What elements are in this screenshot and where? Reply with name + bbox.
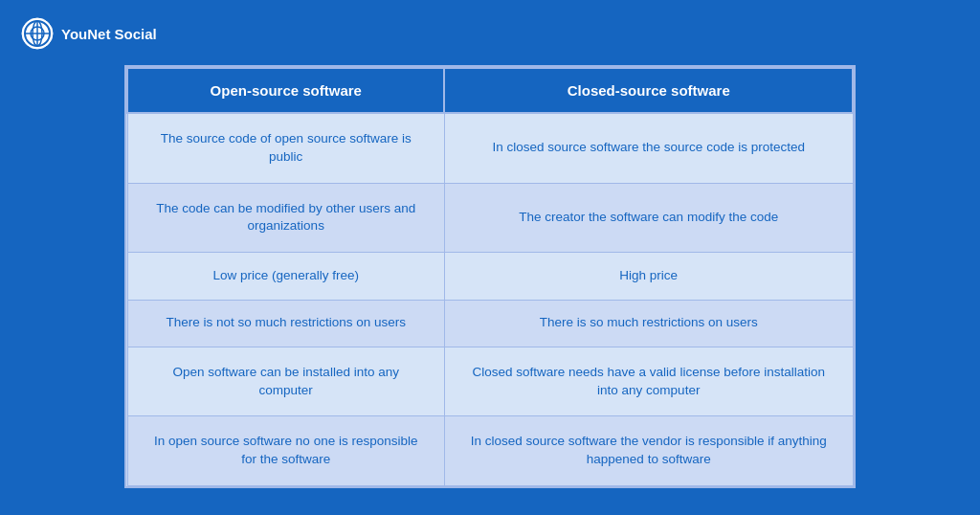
table-row: Open software can be installed into any … <box>127 347 853 416</box>
open-source-cell: Open software can be installed into any … <box>127 347 444 416</box>
closed-source-cell: The creator the software can modify the … <box>444 183 853 253</box>
closed-source-cell: There is so much restrictions on users <box>444 300 853 347</box>
table-row: The code can be modified by other users … <box>127 183 853 253</box>
comparison-table: Open-source software Closed-source softw… <box>126 67 854 486</box>
logo-text: YouNet Social <box>61 26 157 42</box>
closed-source-cell: In closed source software the source cod… <box>444 113 853 183</box>
closed-source-cell: Closed software needs have a valid licen… <box>444 347 853 416</box>
closed-source-cell: In closed source software the vendor is … <box>444 416 853 486</box>
closed-source-cell: High price <box>444 253 853 300</box>
table-row: There is not so much restrictions on use… <box>127 300 853 347</box>
open-source-cell: Low price (generally free) <box>127 253 444 300</box>
table-row: Low price (generally free)High price <box>127 253 853 300</box>
table-row: In open source software no one is respon… <box>127 416 853 486</box>
col1-header: Open-source software <box>127 68 444 113</box>
open-source-cell: In open source software no one is respon… <box>127 416 444 486</box>
logo-area: YouNet Social <box>21 17 157 50</box>
open-source-cell: The code can be modified by other users … <box>127 183 444 253</box>
table-row: The source code of open source software … <box>127 113 853 183</box>
younet-logo-icon <box>21 17 54 50</box>
open-source-cell: There is not so much restrictions on use… <box>127 300 444 347</box>
col2-header: Closed-source software <box>444 68 853 113</box>
comparison-table-container: Open-source software Closed-source softw… <box>124 65 856 488</box>
open-source-cell: The source code of open source software … <box>127 113 444 183</box>
